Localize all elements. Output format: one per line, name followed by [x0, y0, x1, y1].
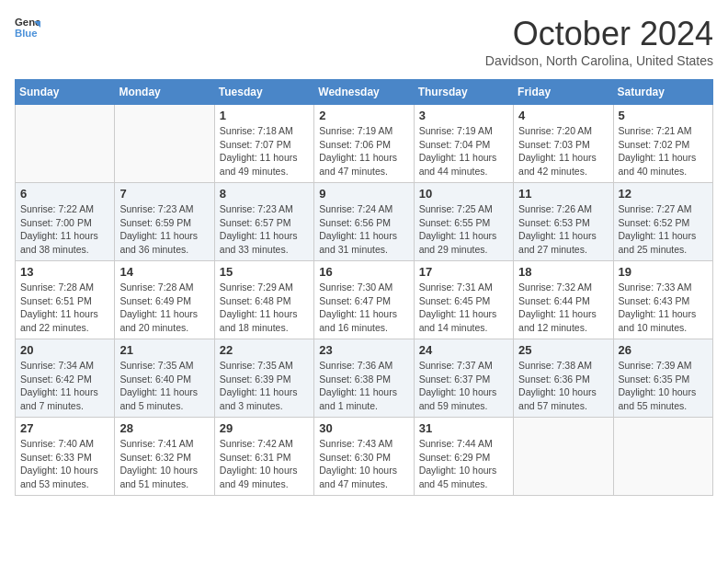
calendar-cell: 19Sunrise: 7:33 AMSunset: 6:43 PMDayligh…: [613, 261, 712, 339]
day-number: 7: [119, 187, 209, 201]
day-number: 11: [518, 187, 608, 201]
calendar-cell: 12Sunrise: 7:27 AMSunset: 6:52 PMDayligh…: [613, 183, 712, 261]
calendar-cell: 7Sunrise: 7:23 AMSunset: 6:59 PMDaylight…: [115, 183, 214, 261]
week-row-2: 6Sunrise: 7:22 AMSunset: 7:00 PMDaylight…: [16, 183, 713, 261]
calendar-cell: 3Sunrise: 7:19 AMSunset: 7:04 PMDaylight…: [414, 105, 513, 183]
day-number: 20: [20, 343, 109, 357]
day-info: Sunrise: 7:35 AMSunset: 6:39 PMDaylight:…: [220, 359, 309, 413]
week-row-4: 20Sunrise: 7:34 AMSunset: 6:42 PMDayligh…: [16, 339, 713, 418]
calendar-cell: 2Sunrise: 7:19 AMSunset: 7:06 PMDaylight…: [314, 105, 414, 183]
month-title: October 2024: [485, 15, 713, 53]
col-header-tuesday: Tuesday: [214, 80, 313, 105]
calendar-cell: 1Sunrise: 7:18 AMSunset: 7:07 PMDaylight…: [214, 105, 313, 183]
calendar-table: SundayMondayTuesdayWednesdayThursdayFrid…: [15, 79, 713, 496]
day-info: Sunrise: 7:42 AMSunset: 6:31 PMDaylight:…: [220, 437, 309, 491]
calendar-cell: 30Sunrise: 7:43 AMSunset: 6:30 PMDayligh…: [314, 418, 414, 496]
calendar-cell: 15Sunrise: 7:29 AMSunset: 6:48 PMDayligh…: [214, 261, 313, 339]
calendar-cell: 18Sunrise: 7:32 AMSunset: 6:44 PMDayligh…: [514, 261, 613, 339]
day-info: Sunrise: 7:43 AMSunset: 6:30 PMDaylight:…: [319, 437, 408, 491]
day-number: 18: [518, 265, 608, 279]
day-number: 12: [619, 187, 708, 201]
day-info: Sunrise: 7:41 AMSunset: 6:32 PMDaylight:…: [119, 437, 209, 491]
day-info: Sunrise: 7:34 AMSunset: 6:42 PMDaylight:…: [20, 359, 109, 413]
col-header-friday: Friday: [514, 80, 613, 105]
day-info: Sunrise: 7:38 AMSunset: 6:36 PMDaylight:…: [518, 359, 608, 413]
day-info: Sunrise: 7:19 AMSunset: 7:06 PMDaylight:…: [319, 124, 408, 178]
location: Davidson, North Carolina, United States: [485, 53, 713, 68]
day-number: 28: [119, 421, 209, 435]
day-info: Sunrise: 7:44 AMSunset: 6:29 PMDaylight:…: [419, 437, 508, 491]
svg-text:Blue: Blue: [15, 28, 38, 39]
day-info: Sunrise: 7:26 AMSunset: 6:53 PMDaylight:…: [518, 202, 608, 257]
calendar-cell: 28Sunrise: 7:41 AMSunset: 6:32 PMDayligh…: [115, 418, 214, 496]
col-header-saturday: Saturday: [613, 80, 712, 105]
day-info: Sunrise: 7:18 AMSunset: 7:07 PMDaylight:…: [220, 124, 309, 178]
day-number: 14: [119, 265, 209, 279]
day-info: Sunrise: 7:20 AMSunset: 7:03 PMDaylight:…: [518, 124, 608, 178]
day-number: 15: [220, 265, 309, 279]
week-row-5: 27Sunrise: 7:40 AMSunset: 6:33 PMDayligh…: [16, 418, 713, 496]
week-row-3: 13Sunrise: 7:28 AMSunset: 6:51 PMDayligh…: [16, 261, 713, 339]
day-number: 23: [319, 343, 408, 357]
day-number: 24: [419, 343, 508, 357]
day-info: Sunrise: 7:28 AMSunset: 6:51 PMDaylight:…: [20, 281, 109, 335]
col-header-sunday: Sunday: [16, 80, 115, 105]
day-number: 13: [20, 265, 109, 279]
day-info: Sunrise: 7:24 AMSunset: 6:56 PMDaylight:…: [319, 202, 408, 257]
calendar-cell: 31Sunrise: 7:44 AMSunset: 6:29 PMDayligh…: [414, 418, 513, 496]
day-info: Sunrise: 7:28 AMSunset: 6:49 PMDaylight:…: [119, 281, 209, 335]
day-number: 4: [518, 109, 608, 122]
day-info: Sunrise: 7:19 AMSunset: 7:04 PMDaylight:…: [419, 124, 508, 178]
calendar-cell: [514, 418, 613, 496]
day-info: Sunrise: 7:23 AMSunset: 6:57 PMDaylight:…: [220, 202, 309, 257]
calendar-cell: 17Sunrise: 7:31 AMSunset: 6:45 PMDayligh…: [414, 261, 513, 339]
calendar-cell: 16Sunrise: 7:30 AMSunset: 6:47 PMDayligh…: [314, 261, 414, 339]
day-info: Sunrise: 7:25 AMSunset: 6:55 PMDaylight:…: [419, 202, 508, 257]
calendar-cell: 9Sunrise: 7:24 AMSunset: 6:56 PMDaylight…: [314, 183, 414, 261]
day-info: Sunrise: 7:29 AMSunset: 6:48 PMDaylight:…: [220, 281, 309, 335]
calendar-cell: [613, 418, 712, 496]
title-block: October 2024 Davidson, North Carolina, U…: [485, 15, 713, 68]
calendar-cell: 4Sunrise: 7:20 AMSunset: 7:03 PMDaylight…: [514, 105, 613, 183]
page-header: General Blue October 2024 Davidson, Nort…: [15, 15, 713, 68]
calendar-cell: 5Sunrise: 7:21 AMSunset: 7:02 PMDaylight…: [613, 105, 712, 183]
calendar-cell: 27Sunrise: 7:40 AMSunset: 6:33 PMDayligh…: [16, 418, 115, 496]
calendar-cell: 23Sunrise: 7:36 AMSunset: 6:38 PMDayligh…: [314, 339, 414, 418]
day-number: 30: [319, 421, 408, 435]
calendar-cell: [115, 105, 214, 183]
day-info: Sunrise: 7:33 AMSunset: 6:43 PMDaylight:…: [619, 281, 708, 335]
calendar-cell: 20Sunrise: 7:34 AMSunset: 6:42 PMDayligh…: [16, 339, 115, 418]
day-info: Sunrise: 7:30 AMSunset: 6:47 PMDaylight:…: [319, 281, 408, 335]
col-header-monday: Monday: [115, 80, 214, 105]
calendar-cell: 29Sunrise: 7:42 AMSunset: 6:31 PMDayligh…: [214, 418, 313, 496]
day-info: Sunrise: 7:35 AMSunset: 6:40 PMDaylight:…: [119, 359, 209, 413]
day-info: Sunrise: 7:37 AMSunset: 6:37 PMDaylight:…: [419, 359, 508, 413]
calendar-cell: 24Sunrise: 7:37 AMSunset: 6:37 PMDayligh…: [414, 339, 513, 418]
calendar-cell: 8Sunrise: 7:23 AMSunset: 6:57 PMDaylight…: [214, 183, 313, 261]
day-number: 27: [20, 421, 109, 435]
day-number: 16: [319, 265, 408, 279]
day-info: Sunrise: 7:32 AMSunset: 6:44 PMDaylight:…: [518, 281, 608, 335]
day-number: 3: [419, 109, 508, 122]
day-info: Sunrise: 7:39 AMSunset: 6:35 PMDaylight:…: [619, 359, 708, 413]
calendar-cell: 22Sunrise: 7:35 AMSunset: 6:39 PMDayligh…: [214, 339, 313, 418]
day-number: 17: [419, 265, 508, 279]
day-info: Sunrise: 7:22 AMSunset: 7:00 PMDaylight:…: [20, 202, 109, 257]
calendar-cell: 11Sunrise: 7:26 AMSunset: 6:53 PMDayligh…: [514, 183, 613, 261]
day-info: Sunrise: 7:31 AMSunset: 6:45 PMDaylight:…: [419, 281, 508, 335]
day-number: 21: [119, 343, 209, 357]
week-row-1: 1Sunrise: 7:18 AMSunset: 7:07 PMDaylight…: [16, 105, 713, 183]
logo-icon: General Blue: [15, 15, 40, 40]
calendar-cell: 10Sunrise: 7:25 AMSunset: 6:55 PMDayligh…: [414, 183, 513, 261]
calendar-cell: 21Sunrise: 7:35 AMSunset: 6:40 PMDayligh…: [115, 339, 214, 418]
col-header-thursday: Thursday: [414, 80, 513, 105]
day-number: 29: [220, 421, 309, 435]
day-info: Sunrise: 7:23 AMSunset: 6:59 PMDaylight:…: [119, 202, 209, 257]
day-number: 1: [220, 109, 309, 122]
day-info: Sunrise: 7:36 AMSunset: 6:38 PMDaylight:…: [319, 359, 408, 413]
day-info: Sunrise: 7:40 AMSunset: 6:33 PMDaylight:…: [20, 437, 109, 491]
day-number: 6: [20, 187, 109, 201]
calendar-cell: [16, 105, 115, 183]
day-number: 31: [419, 421, 508, 435]
day-number: 5: [619, 109, 708, 122]
